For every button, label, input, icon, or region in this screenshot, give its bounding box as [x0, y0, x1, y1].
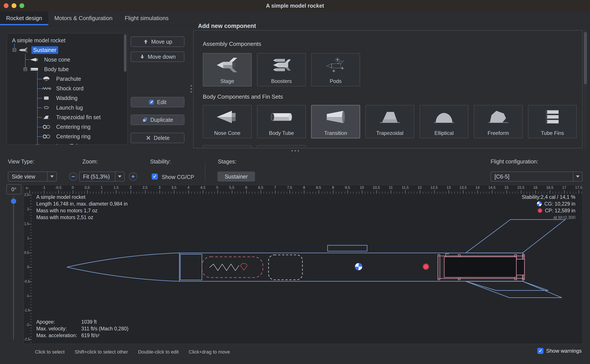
rotation-slider-track[interactable]	[13, 196, 14, 339]
move-up-label: Move up	[151, 39, 172, 45]
tree-connector	[37, 71, 38, 145]
nosecone-icon	[29, 57, 39, 62]
edit-label: Edit	[157, 99, 166, 105]
zoom-in-button[interactable]	[129, 172, 137, 181]
shockcord-icon	[41, 86, 51, 91]
tree-item-parachute[interactable]: Parachute	[7, 74, 127, 84]
centeringring-icon	[41, 124, 51, 130]
stage-toggle-button[interactable]: Sustainer	[217, 171, 255, 182]
tree-item-inner-tube[interactable]: Inner Tube	[7, 141, 127, 145]
view-type-value: Side view	[12, 174, 35, 180]
arrow-up-icon	[143, 39, 149, 45]
zoom-out-button[interactable]	[69, 172, 77, 181]
component-card-nose-cone[interactable]: Nose Cone	[203, 105, 252, 138]
tree-item-wadding[interactable]: Wadding	[7, 93, 127, 103]
stage-icon	[214, 56, 241, 74]
component-card-partial[interactable]	[203, 145, 252, 148]
trapezoidal-icon	[376, 108, 403, 126]
component-card-partial[interactable]	[257, 145, 306, 148]
component-card-boosters[interactable]: Boosters	[257, 53, 306, 86]
chevron-down-icon	[573, 172, 582, 181]
component-card-transition[interactable]: Transition	[311, 105, 360, 138]
cg-icon	[536, 201, 542, 207]
component-card-body-tube[interactable]: Body Tube	[257, 105, 306, 138]
view-type-select[interactable]: Side view	[8, 171, 57, 182]
mach-value: at M=0,300	[522, 214, 575, 221]
panel-scrollbar[interactable]	[584, 30, 587, 149]
tree-item-centering-ring[interactable]: Centering ring	[7, 132, 127, 141]
card-label: Boosters	[257, 78, 306, 84]
wadding-outline	[268, 255, 302, 280]
tree-item-label: Wadding	[54, 94, 79, 102]
stability-label: Stability:	[150, 158, 171, 165]
tree-connector	[14, 43, 15, 48]
card-label: Pods	[312, 78, 360, 84]
move-down-button[interactable]: Move down	[131, 52, 184, 62]
body-tube-icon	[268, 108, 295, 126]
cg-value: CG: 10,229 in	[544, 201, 575, 207]
horizontal-splitter-grip[interactable]	[291, 150, 299, 151]
tree-item-label: Sustainer	[32, 46, 58, 54]
tab-rocket-design[interactable]: Rocket design	[0, 11, 48, 25]
tree-item-trapezoidal-fin-set[interactable]: Trapezoidal fin set	[7, 112, 127, 122]
tree-item-centering-ring[interactable]: Centering ring	[7, 122, 127, 132]
rotation-slider-thumb[interactable]	[11, 199, 16, 204]
component-card-stage[interactable]: Stage	[203, 53, 252, 86]
vertical-splitter-grip[interactable]	[191, 85, 192, 92]
tree-item-label: Inner Tube	[54, 142, 84, 145]
flight-config-select[interactable]: [C6-5]	[490, 171, 583, 182]
zoom-value: Fit (51,3%)	[83, 174, 110, 180]
tree-item-label: Centering ring	[54, 133, 92, 140]
nose-cone-outline	[67, 253, 179, 281]
tree-item-a-simple-model-rocket[interactable]: A simple model rocket	[7, 36, 127, 45]
zoom-in-icon	[131, 174, 135, 179]
motor-nozzle	[516, 259, 524, 275]
show-warnings: Show warnings	[537, 348, 582, 354]
show-cgcp-checkbox[interactable]	[152, 174, 158, 180]
rotation-indicator: 0°	[6, 184, 21, 195]
component-card-trapezoidal[interactable]: Trapezoidal	[365, 105, 414, 138]
cp-marker	[423, 264, 429, 269]
component-card-pods[interactable]: Pods	[311, 53, 360, 86]
tree-item-label: Trapezoidal fin set	[54, 113, 102, 121]
card-label: Trapezoidal	[366, 130, 414, 136]
component-card-tube-fins[interactable]: Tube Fins	[528, 105, 577, 138]
flight-config-value: [C6-5]	[495, 174, 509, 180]
add-component-panel: Assembly ComponentsStageBoostersPodsBody…	[193, 30, 583, 148]
tab-motors-configuration[interactable]: Motors & Configuration	[48, 11, 119, 25]
tree-scrollbar[interactable]	[124, 34, 127, 72]
tree-item-launch-lug[interactable]: Launch lug	[7, 103, 127, 112]
rocket-info: A simple model rocket Length 16,748 in, …	[36, 194, 127, 221]
arrow-down-icon	[139, 54, 145, 59]
status-hints: Click to select Shift+click to select ot…	[35, 349, 230, 355]
chevron-down-icon	[115, 172, 124, 181]
apogee-value: 1039 ft	[81, 319, 97, 325]
component-card-elliptical[interactable]: Elliptical	[420, 105, 469, 138]
tree-item-label: Shock cord	[54, 85, 85, 92]
move-up-button[interactable]: Move up	[131, 36, 184, 47]
tree-item-shock-cord[interactable]: Shock cord	[7, 84, 127, 93]
show-warnings-label: Show warnings	[546, 348, 582, 354]
tree-item-label: Launch lug	[54, 104, 85, 111]
lower-fin-outline-2	[466, 281, 562, 298]
tab-flight-simulations[interactable]: Flight simulations	[119, 11, 175, 25]
card-label: Transition	[312, 130, 360, 136]
zoom-select[interactable]: Fit (51,3%)	[79, 171, 125, 182]
tree-item-sustainer[interactable]: Sustainer	[7, 45, 127, 55]
tree-item-label: A simple model rocket	[10, 37, 67, 44]
show-warnings-checkbox[interactable]	[537, 348, 543, 354]
centeringring-icon	[41, 134, 51, 139]
freeform-icon	[485, 108, 512, 126]
scrollbar-thumb[interactable]	[584, 32, 587, 84]
launchlug-icon	[41, 105, 51, 110]
duplicate-button[interactable]: Duplicate	[131, 115, 184, 125]
parachute-icon	[41, 76, 51, 81]
transition-icon	[322, 108, 349, 126]
delete-button[interactable]: Delete	[131, 133, 184, 143]
parachute-outline	[202, 257, 263, 278]
rocket-name: A simple model rocket	[36, 194, 127, 201]
rocket-mass-loaded: Mass with motors 2,51 oz	[36, 214, 127, 221]
component-card-freeform[interactable]: Freeform	[474, 105, 523, 138]
edit-button[interactable]: Edit	[131, 97, 184, 107]
collapse-handle-icon[interactable]	[13, 48, 16, 52]
